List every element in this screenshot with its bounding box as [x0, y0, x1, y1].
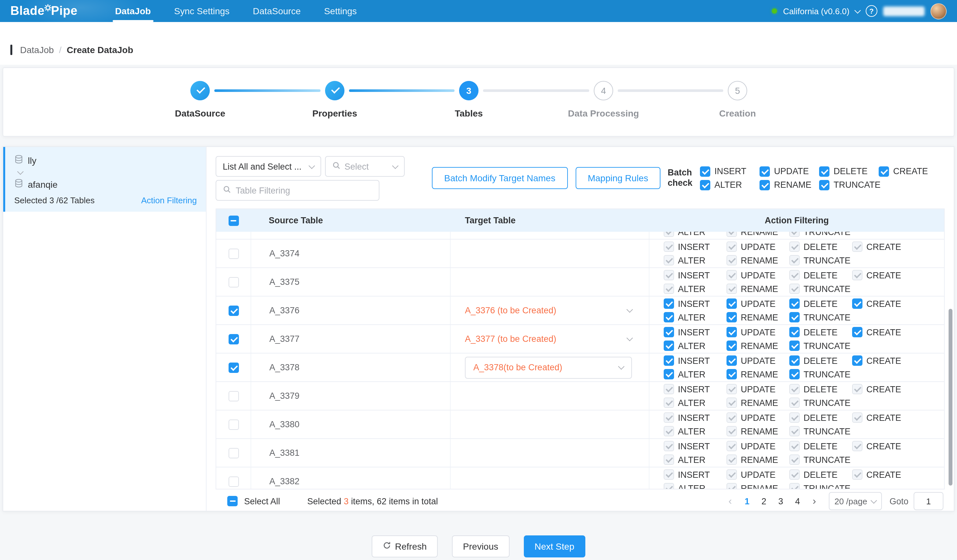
vertical-scrollbar[interactable]: [949, 309, 952, 486]
action-checkbox-rename[interactable]: [726, 369, 737, 379]
action-checkbox-insert[interactable]: [664, 412, 674, 423]
row-checkbox[interactable]: [228, 419, 238, 429]
help-icon[interactable]: ?: [866, 5, 877, 17]
row-checkbox[interactable]: [228, 362, 238, 372]
action-checkbox-alter[interactable]: [664, 454, 674, 465]
nav-item-sync-settings[interactable]: Sync Settings: [163, 0, 241, 22]
action-checkbox-rename[interactable]: [726, 312, 737, 322]
action-checkbox-delete[interactable]: [789, 469, 800, 480]
action-checkbox-delete[interactable]: [789, 441, 800, 451]
pagination-page-4[interactable]: 4: [790, 493, 805, 510]
action-checkbox-alter[interactable]: [664, 312, 674, 322]
action-checkbox-create[interactable]: [852, 469, 862, 480]
action-checkbox-alter[interactable]: [664, 483, 674, 489]
action-checkbox-truncate[interactable]: [789, 312, 800, 322]
row-checkbox[interactable]: [228, 334, 238, 344]
action-checkbox-update[interactable]: [726, 298, 737, 309]
pagination-page-2[interactable]: 2: [756, 493, 772, 510]
action-checkbox-delete[interactable]: [789, 412, 800, 423]
action-checkbox-delete[interactable]: [789, 384, 800, 394]
action-checkbox-alter[interactable]: [664, 369, 674, 379]
action-checkbox-update[interactable]: [760, 166, 770, 177]
target-table-select[interactable]: A_3377 (to be Created): [451, 325, 649, 353]
chevron-down-icon[interactable]: [854, 7, 861, 13]
refresh-button[interactable]: Refresh: [372, 535, 438, 557]
action-checkbox-delete[interactable]: [789, 270, 800, 280]
action-checkbox-truncate[interactable]: [789, 454, 800, 465]
action-checkbox-rename[interactable]: [726, 483, 737, 489]
action-checkbox-alter[interactable]: [664, 341, 674, 351]
action-checkbox-rename[interactable]: [726, 284, 737, 294]
action-checkbox-create[interactable]: [879, 166, 889, 177]
action-checkbox-alter[interactable]: [664, 284, 674, 294]
column-select[interactable]: Select: [325, 156, 405, 177]
target-table-select[interactable]: A_3378(to be Created): [465, 357, 632, 379]
action-checkbox-insert[interactable]: [664, 270, 674, 280]
action-checkbox-truncate[interactable]: [789, 341, 800, 351]
goto-page-input[interactable]: 1: [914, 492, 943, 510]
row-checkbox[interactable]: [228, 391, 238, 401]
region-selector[interactable]: California (v0.6.0): [783, 6, 850, 16]
table-filter-input[interactable]: Table Filtering: [216, 180, 379, 201]
action-checkbox-create[interactable]: [852, 298, 862, 309]
action-checkbox-create[interactable]: [852, 384, 862, 394]
row-checkbox[interactable]: [228, 476, 238, 486]
action-checkbox-rename[interactable]: [726, 426, 737, 436]
action-checkbox-insert[interactable]: [664, 469, 674, 480]
action-checkbox-update[interactable]: [726, 355, 737, 366]
row-checkbox[interactable]: [228, 277, 238, 287]
action-checkbox-create[interactable]: [852, 327, 862, 337]
action-checkbox-update[interactable]: [726, 412, 737, 423]
action-checkbox-create[interactable]: [852, 412, 862, 423]
action-checkbox-create[interactable]: [852, 355, 862, 366]
action-checkbox-insert[interactable]: [664, 241, 674, 252]
breadcrumb-parent[interactable]: DataJob: [20, 45, 54, 55]
avatar[interactable]: [930, 3, 947, 19]
row-checkbox[interactable]: [228, 305, 238, 315]
list-mode-select[interactable]: List All and Select ...: [216, 156, 321, 177]
action-checkbox-rename[interactable]: [726, 232, 737, 237]
action-checkbox-delete[interactable]: [789, 355, 800, 366]
pagination-page-1[interactable]: 1: [739, 493, 755, 510]
action-checkbox-update[interactable]: [726, 241, 737, 252]
batch-modify-button[interactable]: Batch Modify Target Names: [432, 167, 567, 189]
action-checkbox-rename[interactable]: [760, 180, 770, 190]
row-checkbox[interactable]: [228, 448, 238, 458]
action-checkbox-truncate[interactable]: [789, 232, 800, 237]
pagination-page-3[interactable]: 3: [773, 493, 788, 510]
action-checkbox-truncate[interactable]: [789, 369, 800, 379]
brand-logo[interactable]: Blade Pipe: [10, 0, 77, 22]
action-checkbox-truncate[interactable]: [789, 483, 800, 489]
mapping-rules-button[interactable]: Mapping Rules: [575, 167, 660, 189]
action-checkbox-rename[interactable]: [726, 255, 737, 265]
action-checkbox-rename[interactable]: [726, 454, 737, 465]
action-checkbox-create[interactable]: [852, 441, 862, 451]
action-checkbox-alter[interactable]: [664, 398, 674, 408]
action-filtering-link[interactable]: Action Filtering: [141, 196, 197, 205]
action-checkbox-update[interactable]: [726, 384, 737, 394]
action-checkbox-truncate[interactable]: [789, 398, 800, 408]
row-checkbox[interactable]: [228, 248, 238, 259]
page-size-select[interactable]: 20 /page: [829, 492, 881, 510]
database-pair-item[interactable]: lly afanqie Se: [3, 147, 206, 212]
select-all-checkbox[interactable]: [228, 215, 238, 226]
action-checkbox-delete[interactable]: [789, 241, 800, 252]
target-table-select[interactable]: A_3376 (to be Created): [451, 297, 649, 324]
previous-button[interactable]: Previous: [452, 535, 509, 557]
action-checkbox-update[interactable]: [726, 441, 737, 451]
action-checkbox-insert[interactable]: [664, 441, 674, 451]
action-checkbox-update[interactable]: [726, 469, 737, 480]
action-checkbox-truncate[interactable]: [789, 284, 800, 294]
action-checkbox-alter[interactable]: [664, 255, 674, 265]
action-checkbox-insert[interactable]: [664, 298, 674, 309]
action-checkbox-update[interactable]: [726, 327, 737, 337]
action-checkbox-create[interactable]: [852, 241, 862, 252]
action-checkbox-insert[interactable]: [664, 384, 674, 394]
action-checkbox-insert[interactable]: [700, 166, 711, 177]
action-checkbox-alter[interactable]: [664, 232, 674, 237]
nav-item-datasource[interactable]: DataSource: [241, 0, 313, 22]
action-checkbox-rename[interactable]: [726, 398, 737, 408]
action-checkbox-create[interactable]: [852, 270, 862, 280]
action-checkbox-insert[interactable]: [664, 355, 674, 366]
action-checkbox-truncate[interactable]: [820, 180, 830, 190]
